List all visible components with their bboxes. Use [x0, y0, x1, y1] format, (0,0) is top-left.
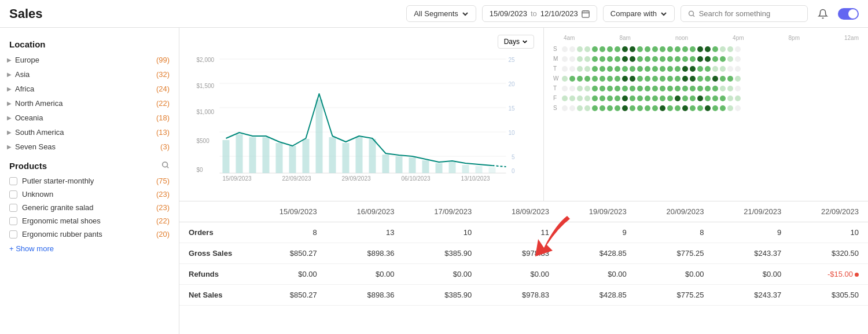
products-search-icon[interactable] — [161, 161, 170, 171]
dot — [667, 56, 673, 62]
row-label: Refunds — [179, 264, 249, 285]
notification-bell[interactable] — [814, 5, 832, 23]
product-checkbox[interactable] — [9, 230, 17, 238]
dot — [690, 105, 696, 111]
cell: $0.00 — [636, 264, 713, 285]
cell: $320.50 — [790, 243, 868, 264]
svg-text:25: 25 — [508, 57, 515, 63]
cell: 10 — [404, 222, 481, 243]
dot — [615, 56, 620, 62]
cell: 8 — [249, 222, 326, 243]
bell-icon — [818, 9, 828, 19]
svg-rect-29 — [343, 143, 350, 173]
dot-day-label: F — [553, 95, 560, 101]
product-name: Unknown — [22, 190, 152, 199]
dot-row: T — [553, 85, 859, 91]
dot — [720, 86, 726, 91]
svg-rect-32 — [382, 155, 389, 173]
dot-chart: 4am 8am noon 4pm 8pm 12am SMTWTFS — [544, 28, 868, 201]
dot — [584, 76, 590, 82]
cell: 13 — [326, 222, 404, 243]
sidebar-item-oceania[interactable]: ▶ Oceania (18) — [0, 111, 179, 125]
dot — [682, 46, 688, 52]
show-more-link[interactable]: + Show more — [0, 241, 179, 256]
dot — [697, 46, 703, 52]
dot — [562, 105, 568, 111]
sidebar-item-count: (18) — [156, 113, 170, 122]
dot — [562, 66, 568, 72]
col-header-1: 15/09/2023 — [249, 201, 326, 222]
dot — [660, 76, 665, 82]
segments-dropdown[interactable]: All Segments — [406, 5, 476, 22]
col-header-3: 17/09/2023 — [404, 201, 481, 222]
sidebar-item-count: (32) — [156, 70, 170, 79]
date-range-picker[interactable]: 15/09/2023 to 12/10/2023 — [482, 5, 597, 22]
cell: $978.83 — [481, 243, 558, 264]
svg-rect-28 — [329, 137, 336, 173]
svg-rect-27 — [316, 100, 323, 173]
dot — [652, 66, 658, 72]
compare-dropdown[interactable]: Compare with — [603, 5, 675, 22]
data-table: 15/09/2023 16/09/2023 17/09/2023 18/09/2… — [179, 201, 868, 306]
sidebar-item-africa[interactable]: ▶ Africa (24) — [0, 82, 179, 96]
dot — [584, 86, 590, 91]
product-item-1[interactable]: Putler starter-monthly (75) — [0, 174, 179, 188]
product-checkbox[interactable] — [9, 217, 17, 225]
cell: 9 — [713, 222, 791, 243]
toggle-switch[interactable] — [838, 8, 859, 20]
sidebar-item-asia[interactable]: ▶ Asia (32) — [0, 67, 179, 82]
dot — [584, 46, 590, 52]
product-checkbox[interactable] — [9, 190, 17, 199]
dot — [735, 56, 741, 62]
search-input[interactable] — [699, 9, 800, 18]
product-item-3[interactable]: Generic granite salad (23) — [0, 201, 179, 214]
product-checkbox[interactable] — [9, 204, 17, 212]
sidebar-item-label: Seven Seas — [15, 142, 157, 151]
svg-text:06/10/2023: 06/10/2023 — [402, 175, 431, 182]
sidebar-item-north-america[interactable]: ▶ North America (22) — [0, 96, 179, 111]
search-box[interactable] — [681, 5, 808, 22]
svg-rect-23 — [263, 137, 270, 173]
dot-day-label: W — [553, 75, 560, 82]
cell: $428.85 — [558, 285, 636, 306]
svg-rect-37 — [449, 162, 456, 173]
cell: $0.00 — [558, 264, 636, 285]
row-label: Gross Sales — [179, 243, 249, 264]
chevron-icon: ▶ — [7, 129, 12, 135]
products-header: Products — [0, 154, 179, 174]
chart-svg: $2,000 $1,500 $1,000 $500 $0 25 20 15 10… — [189, 53, 534, 181]
svg-rect-0 — [582, 10, 589, 17]
sidebar-item-seven-seas[interactable]: ▶ Seven Seas (3) — [0, 140, 179, 154]
days-button[interactable]: Days — [498, 35, 534, 49]
product-item-5[interactable]: Ergonomic rubber pants (20) — [0, 227, 179, 241]
product-name: Generic granite salad — [22, 203, 152, 212]
svg-rect-39 — [476, 166, 483, 173]
dot — [660, 46, 665, 52]
sidebar-item-south-america[interactable]: ▶ South America (13) — [0, 125, 179, 140]
dot — [720, 96, 726, 101]
dot — [675, 76, 681, 82]
product-checkbox[interactable] — [9, 177, 17, 185]
dot — [569, 86, 575, 91]
sidebar-item-europe[interactable]: ▶ Europe (99) — [0, 53, 179, 67]
dot-day-label: T — [553, 65, 560, 72]
cell: 10 — [790, 222, 868, 243]
svg-text:15: 15 — [508, 105, 515, 112]
svg-text:$2,000: $2,000 — [197, 57, 215, 63]
dot — [735, 96, 741, 101]
dot-time-labels: 4am 8am noon 4pm 8pm 12am — [564, 35, 859, 41]
dot — [690, 46, 696, 52]
cell: $0.00 — [249, 264, 326, 285]
location-section-title: Location — [0, 35, 179, 53]
product-item-4[interactable]: Ergonomic metal shoes (22) — [0, 214, 179, 227]
dot — [592, 86, 598, 91]
dot — [667, 86, 673, 91]
dot — [622, 86, 628, 91]
product-item-2[interactable]: Unknown (23) — [0, 188, 179, 201]
dot — [727, 66, 733, 72]
dot — [735, 46, 741, 52]
dot — [705, 76, 711, 82]
dot-day-label: M — [553, 56, 560, 62]
dot — [720, 46, 726, 52]
dot — [569, 66, 575, 72]
